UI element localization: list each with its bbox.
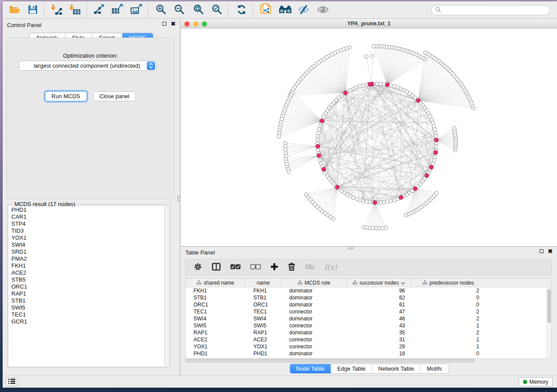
column-header-name[interactable]: name [246, 279, 281, 287]
table-vertical-scrollbar[interactable] [547, 287, 551, 358]
cell-MCDS-role[interactable]: connector [281, 323, 347, 329]
cell-name[interactable]: YOX1 [246, 344, 281, 350]
tab-motifs[interactable]: Motifs [421, 364, 448, 373]
search-field[interactable] [431, 5, 550, 15]
tab-node-table[interactable]: Node Table [290, 364, 331, 373]
mcds-result-item[interactable]: STB5 [9, 276, 164, 283]
table-horizontal-scrollbar[interactable] [185, 359, 552, 362]
cell-shared-name[interactable]: SWI5 [186, 323, 246, 329]
search-input[interactable] [441, 7, 550, 14]
mcds-result-item[interactable]: SRD1 [9, 248, 164, 255]
zoom-selected-button[interactable] [209, 2, 225, 18]
mcds-list-scrollbar[interactable] [164, 206, 169, 366]
float-table-panel-icon[interactable] [540, 249, 543, 253]
mcds-result-item[interactable]: CAR1 [9, 213, 164, 220]
table-row[interactable]: SWI5SWI5connector431 [186, 322, 551, 329]
table-row[interactable]: TEC1TEC1connector472 [186, 308, 551, 315]
column-header-MCDS-role[interactable]: MCDS role [281, 279, 347, 287]
mcds-result-item[interactable]: ORC1 [9, 283, 164, 290]
table-row[interactable]: SWI4SWI4dominator462 [186, 315, 551, 322]
cell-MCDS-role[interactable]: dominator [281, 302, 347, 308]
cell-shared-name[interactable]: RAP1 [186, 330, 246, 336]
cell-predecessor-nodes[interactable]: 1 [411, 337, 485, 343]
network-window-titlebar[interactable]: YPA_prune.txt_1 [181, 19, 557, 28]
select-all-button[interactable] [230, 264, 241, 271]
criterion-dropdown[interactable]: largest connected component (undirected) [19, 61, 156, 71]
cell-MCDS-role[interactable]: connector [281, 309, 347, 315]
column-header-successor-nodes[interactable]: successor nodes [347, 279, 411, 287]
table-row[interactable]: YOX1YOX1connector291 [186, 343, 551, 350]
mcds-result-item[interactable]: SWI5 [9, 304, 164, 311]
cell-successor-nodes[interactable]: 29 [347, 344, 411, 350]
import-table-button[interactable] [66, 2, 83, 18]
mcds-result-item[interactable]: GCR1 [9, 318, 164, 325]
deselect-all-button[interactable] [250, 264, 261, 271]
cell-successor-nodes[interactable]: 62 [347, 295, 411, 301]
column-header-shared-name[interactable]: shared name [186, 279, 246, 287]
table-row[interactable]: RAP1RAP1dominator352 [186, 329, 551, 336]
refresh-view-button[interactable] [233, 2, 250, 18]
zoom-fit-button[interactable] [190, 2, 207, 18]
column-header-predecessor-nodes[interactable]: predecessor nodes [411, 279, 485, 287]
mcds-result-item[interactable]: YOX1 [9, 234, 164, 241]
cell-name[interactable]: PHD1 [246, 351, 281, 357]
cell-name[interactable]: SWI4 [246, 316, 281, 322]
tab-network-table[interactable]: Network Table [372, 364, 421, 373]
show-all-button[interactable] [315, 2, 331, 18]
cell-shared-name[interactable]: FKH1 [186, 288, 246, 294]
cell-name[interactable]: ORC1 [246, 302, 281, 308]
mcds-result-item[interactable]: STP4 [9, 220, 164, 227]
cell-MCDS-role[interactable]: connector [281, 337, 347, 343]
cell-successor-nodes[interactable]: 46 [347, 316, 411, 322]
mcds-result-list[interactable]: PHD1CAR1STP4TID3YOX1SWI4SRD1PMA2FKH1ACE2… [9, 206, 164, 366]
cell-predecessor-nodes[interactable]: 2 [411, 309, 485, 315]
mcds-result-item[interactable]: ACE2 [9, 269, 164, 276]
cell-shared-name[interactable]: ORC1 [186, 302, 246, 308]
vertical-splitter-handle[interactable] [177, 196, 180, 202]
cell-predecessor-nodes[interactable]: 0 [411, 302, 485, 308]
mcds-result-item[interactable]: FKH1 [9, 262, 164, 269]
export-image-button[interactable] [128, 2, 145, 18]
cell-MCDS-role[interactable]: dominator [281, 330, 347, 336]
cell-successor-nodes[interactable]: 43 [347, 323, 411, 329]
mcds-result-item[interactable]: SWI4 [9, 241, 164, 248]
cell-shared-name[interactable]: YOX1 [186, 344, 246, 350]
cell-successor-nodes[interactable]: 31 [347, 337, 411, 343]
cell-MCDS-role[interactable]: dominator [281, 351, 347, 357]
cell-shared-name[interactable]: STB1 [186, 295, 246, 301]
close-table-panel-icon[interactable]: ✖ [548, 249, 553, 253]
table-row[interactable]: ACE2ACE2connector311 [186, 336, 551, 343]
cell-name[interactable]: TEC1 [246, 309, 281, 315]
automation-panel-button[interactable] [6, 378, 17, 386]
mcds-result-item[interactable]: TEC1 [9, 311, 164, 318]
cell-predecessor-nodes[interactable]: 2 [411, 330, 485, 336]
function-builder-icon[interactable]: f(x) [324, 263, 337, 272]
mcds-result-item[interactable]: PMA2 [9, 255, 164, 262]
horizontal-splitter-handle[interactable] [348, 246, 354, 249]
new-network-from-selection-button[interactable] [258, 2, 274, 18]
save-session-button[interactable] [24, 2, 41, 18]
close-panel-button[interactable]: Close panel [93, 91, 136, 101]
mcds-result-item[interactable]: RAP1 [9, 290, 164, 297]
cell-predecessor-nodes[interactable]: 1 [411, 323, 485, 329]
zoom-out-button[interactable] [171, 2, 188, 18]
cell-predecessor-nodes[interactable]: 0 [411, 295, 485, 301]
memory-button[interactable]: Memory [519, 377, 553, 386]
float-panel-icon[interactable] [163, 22, 166, 26]
cell-successor-nodes[interactable]: 18 [347, 351, 411, 357]
delete-table-button[interactable] [305, 264, 315, 271]
cell-MCDS-role[interactable]: dominator [281, 288, 347, 294]
first-neighbors-button[interactable] [277, 2, 294, 18]
mcds-result-item[interactable]: PHD1 [9, 206, 164, 213]
close-panel-icon[interactable]: ✖ [171, 22, 176, 26]
cell-shared-name[interactable]: PHD1 [186, 351, 246, 357]
cell-name[interactable]: FKH1 [246, 288, 281, 294]
table-row[interactable]: FKH1FKH1dominator962 [186, 287, 551, 294]
import-network-button[interactable] [48, 2, 65, 18]
mcds-result-item[interactable]: STB1 [9, 297, 164, 304]
cell-name[interactable]: ACE2 [246, 337, 281, 343]
cell-MCDS-role[interactable]: connector [281, 344, 347, 350]
cell-predecessor-nodes[interactable]: 0 [411, 351, 485, 357]
cell-predecessor-nodes[interactable]: 1 [411, 344, 485, 350]
cell-successor-nodes[interactable]: 61 [347, 302, 411, 308]
